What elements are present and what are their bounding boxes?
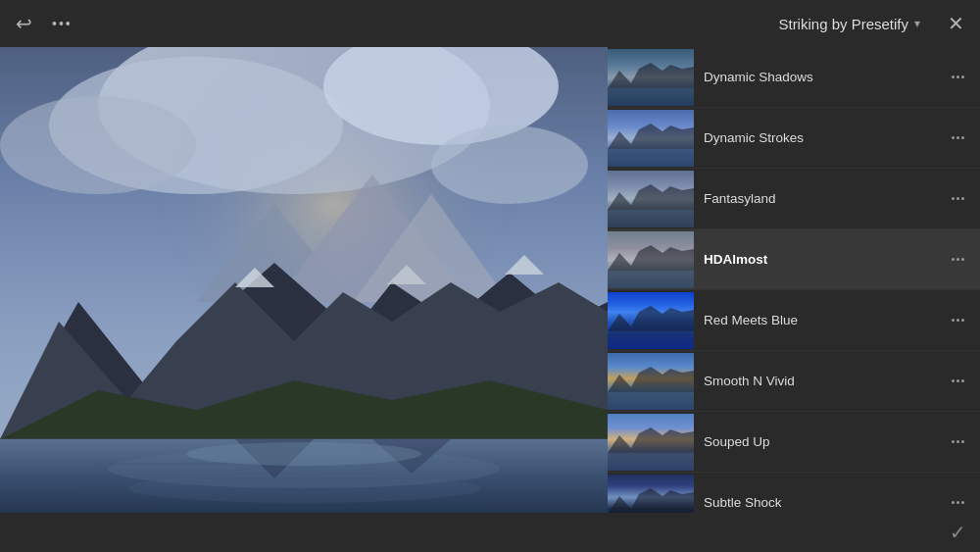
preset-name-smooth-n-vivid: Smooth N Vivid xyxy=(694,374,944,388)
dropdown-icon: ▾ xyxy=(914,17,920,30)
preset-item-smooth-n-vivid[interactable]: Smooth N Vivid xyxy=(608,351,980,412)
preset-name-dynamic-shadows: Dynamic Shadows xyxy=(694,70,944,84)
confirm-checkmark[interactable]: ✓ xyxy=(950,521,966,544)
preset-title[interactable]: Striking by Presetify ▾ xyxy=(778,16,920,32)
svg-rect-38 xyxy=(608,271,694,288)
preset-more-btn-subtle-shock[interactable] xyxy=(944,497,972,508)
preset-thumb-fantasyland xyxy=(608,171,694,227)
svg-rect-41 xyxy=(608,331,694,349)
panel-footer: ✓ xyxy=(0,513,980,552)
more-options-icon[interactable]: ••• xyxy=(52,16,73,31)
svg-rect-44 xyxy=(608,392,694,410)
close-icon[interactable]: ✕ xyxy=(948,12,964,35)
preset-item-souped-up[interactable]: Souped Up xyxy=(608,412,980,473)
preset-more-btn-red-meets-blue[interactable] xyxy=(944,315,972,326)
preset-more-btn-souped-up[interactable] xyxy=(944,436,972,447)
preset-thumb-souped-up xyxy=(608,414,694,471)
preset-name-fantasyland: Fantasyland xyxy=(694,191,944,206)
photo-area xyxy=(0,47,608,513)
preset-item-hdalmost[interactable]: HDAlmost xyxy=(608,229,980,290)
svg-rect-32 xyxy=(608,149,694,167)
preset-thumb-red-meets-blue xyxy=(608,292,694,349)
svg-rect-47 xyxy=(608,453,694,471)
preset-thumb-smooth-n-vivid xyxy=(608,353,694,410)
preset-name-hdalmost: HDAlmost xyxy=(694,252,944,267)
preset-title-text: Striking by Presetify xyxy=(778,16,908,32)
svg-marker-42 xyxy=(608,367,694,392)
top-bar: ↩ ••• Striking by Presetify ▾ ✕ xyxy=(0,0,980,47)
svg-marker-33 xyxy=(608,184,694,210)
preset-more-btn-dynamic-strokes[interactable] xyxy=(944,132,972,143)
preset-thumb-hdalmost xyxy=(608,231,694,288)
svg-marker-27 xyxy=(608,63,694,88)
back-icon[interactable]: ↩ xyxy=(16,12,32,35)
preset-more-btn-hdalmost[interactable] xyxy=(944,254,972,265)
preset-item-dynamic-shadows[interactable]: Dynamic Shadows xyxy=(608,47,980,108)
preset-thumb-dynamic-shadows xyxy=(608,49,694,106)
preset-name-souped-up: Souped Up xyxy=(694,434,944,449)
svg-marker-30 xyxy=(608,124,694,149)
svg-point-5 xyxy=(0,96,196,194)
preset-more-btn-dynamic-shadows[interactable] xyxy=(944,72,972,82)
preset-item-subtle-shock[interactable]: Subtle Shock xyxy=(608,473,980,513)
svg-rect-35 xyxy=(608,210,694,227)
svg-point-26 xyxy=(186,442,421,466)
svg-rect-29 xyxy=(608,88,694,106)
preset-name-dynamic-strokes: Dynamic Strokes xyxy=(694,130,944,145)
preset-thumb-dynamic-strokes xyxy=(608,110,694,167)
svg-marker-36 xyxy=(608,245,694,271)
preset-thumb-subtle-shock xyxy=(608,475,694,514)
preset-more-btn-fantasyland[interactable] xyxy=(944,193,972,204)
svg-marker-48 xyxy=(608,488,694,514)
preset-item-red-meets-blue[interactable]: Red Meets Blue xyxy=(608,290,980,351)
preset-name-subtle-shock: Subtle Shock xyxy=(694,495,944,510)
preset-panel[interactable]: Dynamic Shadows Dynamic Strokes xyxy=(608,47,980,513)
svg-marker-39 xyxy=(608,306,694,331)
svg-point-6 xyxy=(431,125,588,204)
svg-marker-45 xyxy=(608,427,694,453)
preset-item-dynamic-strokes[interactable]: Dynamic Strokes xyxy=(608,108,980,169)
preset-item-fantasyland[interactable]: Fantasyland xyxy=(608,169,980,229)
preset-more-btn-smooth-n-vivid[interactable] xyxy=(944,376,972,386)
svg-point-19 xyxy=(127,474,480,503)
preset-name-red-meets-blue: Red Meets Blue xyxy=(694,313,944,327)
